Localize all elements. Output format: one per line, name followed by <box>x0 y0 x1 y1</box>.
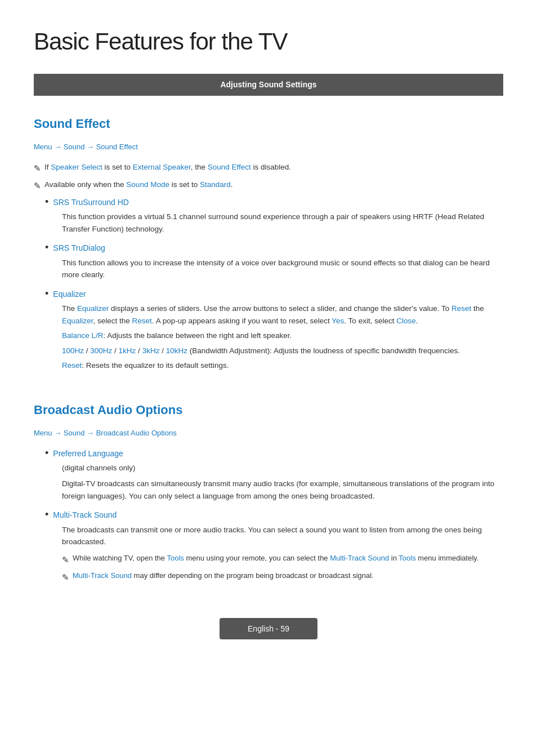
nav-broadcast[interactable]: Broadcast Audio Options <box>96 429 177 437</box>
link-equalizer-2[interactable]: Equalizer <box>62 317 93 325</box>
link-100hz[interactable]: 100Hz <box>62 346 84 355</box>
note-icon-1: ✎ <box>34 162 41 175</box>
link-300hz[interactable]: 300Hz <box>90 346 112 355</box>
sound-effect-nav-path: Menu → Sound → Sound Effect <box>34 141 503 153</box>
srs-trudialog-content: This function allows you to increase the… <box>62 257 503 281</box>
bullet-equalizer: • Equalizer The Equalizer displays a ser… <box>45 288 503 372</box>
broadcast-audio-title: Broadcast Audio Options <box>34 400 503 420</box>
link-reset-eq[interactable]: Reset <box>62 361 82 370</box>
nav-sound[interactable]: Sound <box>64 143 85 151</box>
note-icon-4: ✎ <box>62 571 69 584</box>
equalizer-frequencies: 100Hz / 300Hz / 1kHz / 3kHz / 10kHz (Ban… <box>62 345 503 357</box>
nav-sound-2[interactable]: Sound <box>64 429 85 437</box>
link-10khz[interactable]: 10kHz <box>166 346 187 355</box>
link-tools-1[interactable]: Tools <box>167 554 184 562</box>
link-speaker-select[interactable]: Speaker Select <box>51 163 102 171</box>
multitrack-sound-content: The broadcasts can transmit one or more … <box>62 524 503 584</box>
note-speaker-select: ✎ If Speaker Select is set to External S… <box>34 161 503 175</box>
link-yes[interactable]: Yes <box>332 317 344 325</box>
equalizer-title[interactable]: Equalizer <box>53 288 86 300</box>
link-balance[interactable]: Balance L/R <box>62 331 104 340</box>
multitrack-sound-title[interactable]: Multi-Track Sound <box>53 509 117 521</box>
link-1khz[interactable]: 1kHz <box>119 346 136 355</box>
bullet-dot-4: • <box>45 447 48 460</box>
multitrack-note-2: ✎ Multi-Track Sound may differ depending… <box>62 570 503 584</box>
srs-trusurround-title[interactable]: SRS TruSurround HD <box>53 196 129 208</box>
link-equalizer-1[interactable]: Equalizer <box>77 304 109 313</box>
multitrack-note-1: ✎ While watching TV, open the Tools menu… <box>62 553 503 567</box>
page-title: Basic Features for the TV <box>34 23 503 60</box>
link-reset-2[interactable]: Reset <box>132 317 152 325</box>
link-sound-mode[interactable]: Sound Mode <box>126 180 169 189</box>
equalizer-balance: Balance L/R: Adjusts the balance between… <box>62 330 503 342</box>
bullet-dot-5: • <box>45 509 48 521</box>
broadcast-audio-section: Broadcast Audio Options Menu → Sound → B… <box>34 400 503 584</box>
footer-page-label: English - 59 <box>220 618 317 639</box>
nav-sound-effect[interactable]: Sound Effect <box>96 143 138 151</box>
section-header-bar: Adjusting Sound Settings <box>34 74 503 95</box>
multitrack-sound-text: The broadcasts can transmit one or more … <box>62 524 503 548</box>
equalizer-content: The Equalizer displays a series of slide… <box>62 303 503 372</box>
nav-menu[interactable]: Menu <box>34 143 52 151</box>
bullet-srs-trusurround: • SRS TruSurround HD This function provi… <box>45 196 503 235</box>
link-sound-effect-ref[interactable]: Sound Effect <box>208 163 251 171</box>
note-sound-mode: ✎ Available only when the Sound Mode is … <box>34 179 503 193</box>
preferred-language-title[interactable]: Preferred Language <box>53 447 123 460</box>
preferred-language-text: Digital-TV broadcasts can simultaneously… <box>62 478 503 502</box>
equalizer-main-text: The Equalizer displays a series of slide… <box>62 303 503 327</box>
link-multitrack-sound-ref2[interactable]: Multi-Track Sound <box>73 571 132 580</box>
note-icon-2: ✎ <box>34 179 41 193</box>
sound-effect-section: Sound Effect Menu → Sound → Sound Effect… <box>34 114 503 372</box>
bullet-dot-2: • <box>45 242 48 254</box>
note-icon-3: ✎ <box>62 553 69 567</box>
srs-trusurround-content: This function provides a virtual 5.1 cha… <box>62 211 503 235</box>
nav-menu-2[interactable]: Menu <box>34 429 52 437</box>
bullet-multitrack-sound: • Multi-Track Sound The broadcasts can t… <box>45 509 503 584</box>
link-standard[interactable]: Standard <box>200 180 231 189</box>
preferred-language-content: (digital channels only) Digital-TV broad… <box>62 462 503 502</box>
link-external-speaker[interactable]: External Speaker <box>133 163 191 171</box>
footer: English - 59 <box>34 618 503 639</box>
link-tools-2[interactable]: Tools <box>399 554 415 562</box>
link-3khz[interactable]: 3kHz <box>142 346 160 355</box>
link-reset-1[interactable]: Reset <box>451 304 471 313</box>
broadcast-audio-nav-path: Menu → Sound → Broadcast Audio Options <box>34 428 503 439</box>
srs-trudialog-title[interactable]: SRS TruDialog <box>53 242 105 254</box>
link-close[interactable]: Close <box>396 317 416 325</box>
bullet-srs-trudialog: • SRS TruDialog This function allows you… <box>45 242 503 281</box>
link-multitrack-sound-ref[interactable]: Multi-Track Sound <box>330 554 389 562</box>
bullet-preferred-language: • Preferred Language (digital channels o… <box>45 447 503 502</box>
preferred-language-sub-note: (digital channels only) <box>62 462 503 474</box>
bullet-dot-1: • <box>45 196 48 208</box>
sound-effect-title: Sound Effect <box>34 114 503 134</box>
bullet-dot-3: • <box>45 288 48 300</box>
equalizer-reset: Reset: Resets the equalizer to its defau… <box>62 359 503 372</box>
